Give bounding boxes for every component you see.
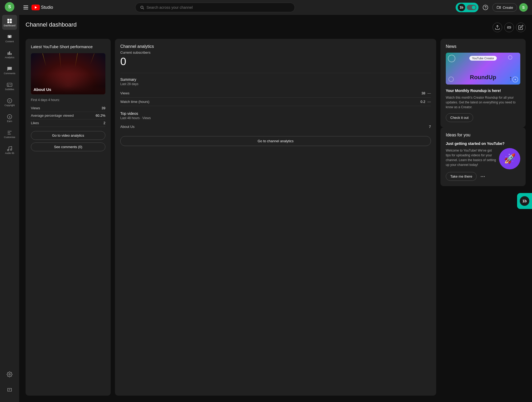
divider [120,73,431,73]
sidebar-item-dashboard[interactable]: Dashboard [2,15,17,30]
news-headline: Your Monthly Roundup is here! [446,88,520,93]
take-me-button[interactable]: Take me there [446,172,477,181]
settings-icon [7,371,13,377]
analytics-dash-views: — [427,91,431,95]
roundup-arrow: ↑ [509,74,512,82]
stat-label-avg-pct: Average percentage viewed [31,114,74,118]
check-out-button[interactable]: Check it out [446,113,473,122]
youtube-logo-icon [31,5,40,10]
hamburger-button[interactable] [23,6,28,9]
sidebar-item-comments[interactable]: Comments [2,63,17,78]
analytics-num-watch: 0.2 [420,100,425,104]
ideas-headline: Just getting started on YouTube? [446,141,520,146]
ideas-content: Welcome to YouTube! We've got tips for u… [446,148,520,171]
dashboard-icon [7,18,13,24]
analytics-label-views: Views [120,91,129,95]
sidebar-label-copyright: Copyright [5,104,15,107]
live-button[interactable] [504,23,514,32]
create-label: Create [503,6,513,10]
svg-point-17 [483,5,488,10]
stat-row-views: Views 39 [31,104,105,112]
stat-value-views: 39 [102,106,105,110]
copyright-icon: © [7,98,13,104]
dots-icon [480,174,485,179]
edit-button[interactable] [516,23,526,32]
sidebar-item-audiolib[interactable]: Audio lib [2,143,17,157]
current-sub-label: Current subscribers [120,51,431,55]
analytics-label-watch: Watch time (hours) [120,100,149,104]
stat-label-views: Views [31,106,40,110]
go-video-analytics-button[interactable]: Go to video analytics [31,131,105,140]
sidebar: S Dashboard Content Analytics Comments [0,0,19,402]
channel-toggle[interactable]: 1b [456,3,479,12]
sidebar-item-feedback[interactable] [2,383,17,398]
topnav: Studio 1b [19,0,532,15]
ideas-buttons: Take me there [446,172,520,181]
current-sub-value: 0 [120,56,431,68]
svg-rect-2 [7,21,9,23]
more-options-button[interactable] [479,173,487,181]
svg-rect-0 [7,19,9,20]
roundup-badge: YouTube Creator [469,56,497,61]
help-icon [482,5,488,10]
short-performance-card: Latest YouTube Short performance [26,39,111,396]
sidebar-label-analytics: Analytics [5,56,14,59]
news-image: ✦ YouTube Creator RoundUp ↑ [446,53,520,85]
analytics-num-views: 38 [422,91,425,95]
customise-icon [7,130,13,136]
create-button[interactable]: Create [492,3,517,12]
earn-icon: $ [7,114,13,120]
channel-analytics-title: Channel analytics [120,44,431,49]
create-icon [496,5,501,10]
sidebar-avatar[interactable]: S [5,2,14,12]
top-video-row-0: About Us 7 [120,123,431,131]
short-card-title: Latest YouTube Short performance [31,44,105,49]
sidebar-item-copyright[interactable]: © Copyright [2,95,17,110]
go-channel-analytics-button[interactable]: Go to channel analytics [120,136,431,146]
sidebar-item-subtitles[interactable]: Subtitles [2,79,17,94]
cards-row: Latest YouTube Short performance [26,39,526,396]
search-input[interactable] [147,5,290,10]
sidebar-label-dashboard: Dashboard [4,24,15,27]
sidebar-label-content: Content [5,40,14,43]
floating-panel[interactable]: 1b [517,193,532,209]
analytics-row-watch: Watch time (hours) 0.2 — [120,98,431,106]
svg-point-14 [10,149,12,150]
studio-text: Studio [41,5,53,10]
top-video-views-0: 7 [429,125,431,129]
sidebar-label-subtitles: Subtitles [5,88,14,91]
sidebar-label-customise: Customise [4,136,15,139]
svg-text:$: $ [9,115,10,118]
channel-analytics-card: Channel analytics Current subscribers 0 … [115,39,436,396]
summary-period: Last 28 days [120,82,431,86]
sidebar-bottom [2,367,17,400]
sidebar-item-settings[interactable] [2,367,17,382]
content-area: Channel dashboard [19,15,532,402]
svg-point-18 [485,9,485,9]
news-card: News ✦ YouTube Creator RoundUp ↑ [440,39,526,127]
feedback-icon [7,387,13,393]
ideas-title: Ideas for you [446,133,520,137]
top-videos-section: Top videos Last 48 hours · Views About U… [120,111,431,131]
sidebar-label-comments: Comments [4,72,15,75]
search-bar[interactable] [135,3,295,12]
svg-rect-19 [497,6,499,9]
upload-icon [495,25,500,30]
main-area: Studio 1b [19,0,532,402]
edit-icon [518,25,523,30]
user-avatar[interactable]: S [519,3,528,12]
right-column: News ✦ YouTube Creator RoundUp ↑ [440,39,526,396]
see-comments-button[interactable]: See comments (0) [31,143,105,151]
sidebar-item-content[interactable]: Content [2,31,17,46]
sidebar-item-customise[interactable]: Customise [2,127,17,141]
svg-rect-1 [10,19,12,20]
sidebar-item-analytics[interactable]: Analytics [2,47,17,62]
svg-point-24 [482,176,483,177]
sidebar-item-earn[interactable]: $ Earn [2,111,17,125]
logo[interactable]: Studio [31,5,53,10]
help-button[interactable] [481,3,490,12]
upload-button[interactable] [493,23,502,32]
svg-text:©: © [9,99,10,102]
analytics-icon [7,50,13,56]
analytics-dash-watch: — [427,100,431,104]
